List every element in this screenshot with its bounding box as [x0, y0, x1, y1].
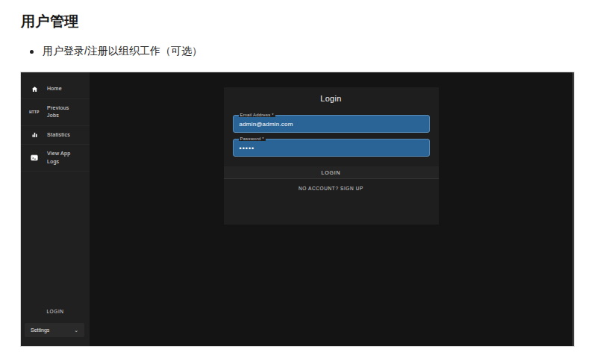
- statistics-icon: [28, 131, 40, 138]
- sidebar: Home HTTP Previous Jobs Statistics: [21, 72, 90, 346]
- sidebar-bottom: LOGIN Settings ⌄: [21, 304, 90, 342]
- bullet-text: 用户登录/注册以组织工作（可选）: [43, 45, 202, 58]
- bullet-list-item: 用户登录/注册以组织工作（可选）: [30, 45, 202, 58]
- sidebar-item-view-app-logs[interactable]: View App Logs: [21, 145, 90, 172]
- home-icon: [28, 86, 40, 92]
- settings-dropdown[interactable]: Settings ⌄: [25, 323, 84, 337]
- app-screenshot: Home HTTP Previous Jobs Statistics: [21, 72, 574, 346]
- sidebar-item-previous-jobs[interactable]: HTTP Previous Jobs: [21, 99, 90, 126]
- sidebar-item-label: Previous Jobs: [47, 104, 82, 120]
- email-field[interactable]: Email Address * admin@admin.com: [233, 115, 430, 133]
- sidebar-item-label: View App Logs: [47, 150, 82, 166]
- previous-jobs-icon: HTTP: [28, 110, 40, 114]
- signup-link[interactable]: NO ACCOUNT? SIGN UP: [224, 186, 439, 191]
- login-button[interactable]: LOGIN: [224, 166, 439, 179]
- sidebar-login-button[interactable]: LOGIN: [21, 304, 90, 323]
- email-field-value: admin@admin.com: [240, 121, 293, 128]
- main-content: Login Email Address * admin@admin.com Pa…: [90, 72, 572, 346]
- chevron-down-icon: ⌄: [74, 327, 78, 333]
- email-field-label: Email Address *: [239, 113, 275, 117]
- settings-label: Settings: [31, 327, 49, 333]
- terminal-icon: [28, 154, 40, 161]
- page-title: 用户管理: [21, 12, 79, 31]
- login-card-title: Login: [224, 87, 439, 103]
- login-card: Login Email Address * admin@admin.com Pa…: [224, 87, 439, 225]
- sidebar-item-label: Statistics: [47, 131, 70, 139]
- password-field-value: •••••: [240, 145, 255, 152]
- sidebar-item-home[interactable]: Home: [21, 80, 90, 99]
- sidebar-item-label: Home: [47, 85, 62, 93]
- password-field-label: Password *: [239, 136, 266, 141]
- bullet-dot: [30, 50, 34, 54]
- sidebar-item-statistics[interactable]: Statistics: [21, 126, 90, 145]
- password-field[interactable]: Password * •••••: [233, 139, 430, 157]
